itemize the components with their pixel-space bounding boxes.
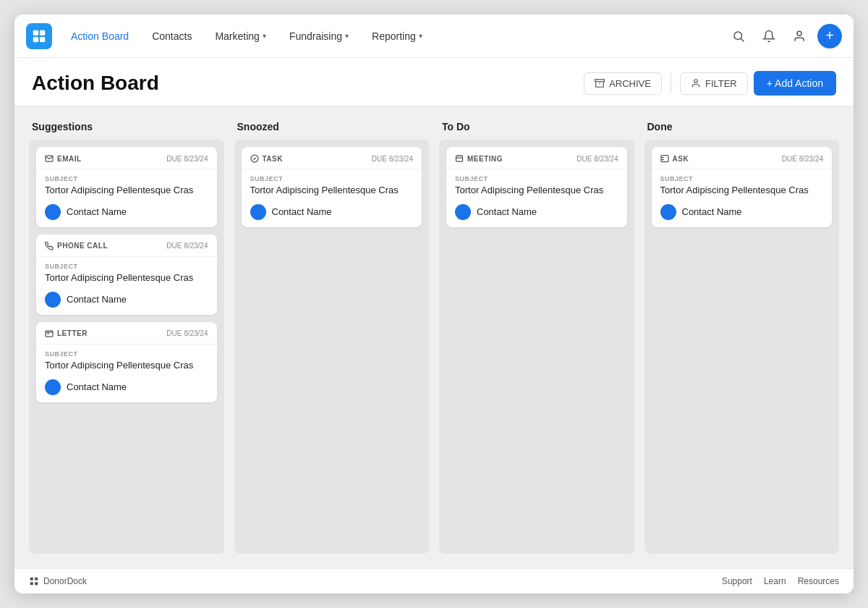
task-icon — [250, 154, 259, 163]
footer: DonorDock Support Learn Resources — [14, 568, 854, 594]
card-due-task: DUE 8/23/24 — [372, 155, 413, 163]
svg-rect-24 — [35, 582, 38, 585]
svg-rect-18 — [661, 156, 668, 162]
nav-item-action-board[interactable]: Action Board — [61, 25, 139, 48]
svg-line-5 — [741, 38, 744, 41]
card-type-ask: ASK — [660, 154, 689, 163]
footer-link-support[interactable]: Support — [722, 576, 752, 586]
svg-rect-3 — [40, 36, 45, 41]
marketing-chevron: ▾ — [263, 32, 266, 40]
card-header-meeting: MEETING DUE 8/23/24 — [446, 147, 627, 169]
content-area: Action Board ARCHIVE FILTER — [14, 58, 854, 568]
global-add-button[interactable]: + — [817, 24, 842, 48]
navbar: Action Board Contacts Marketing ▾ Fundra… — [14, 14, 854, 58]
logo[interactable] — [26, 23, 52, 49]
card-header-letter: LETTER DUE 8/23/24 — [36, 322, 217, 345]
column-header-snoozed: Snoozed — [234, 121, 430, 140]
card-body-letter: SUBJECT Tortor Adipiscing Pellentesque C… — [36, 345, 217, 402]
card-body-meeting: SUBJECT Tortor Adipiscing Pellentesque C… — [446, 169, 627, 227]
board: Suggestions EMAIL — [29, 121, 839, 554]
phone-icon — [45, 242, 54, 250]
svg-rect-22 — [35, 578, 38, 580]
card-body-task: SUBJECT Tortor Adipiscing Pellentesque C… — [242, 169, 422, 227]
archive-button[interactable]: ARCHIVE — [584, 72, 662, 95]
column-done: Done ASK — [644, 121, 840, 554]
column-header-todo: To Do — [439, 121, 634, 140]
search-button[interactable] — [726, 24, 751, 48]
card-phone[interactable]: PHONE CALL DUE 8/23/24 SUBJECT Tortor Ad… — [36, 235, 217, 315]
card-body-phone: SUBJECT Tortor Adipiscing Pellentesque C… — [36, 257, 217, 315]
card-header-email: EMAIL DUE 8/23/24 — [36, 147, 217, 169]
svg-point-9 — [694, 80, 698, 83]
card-due-phone: DUE 8/23/24 — [166, 242, 208, 250]
card-type-phone: PHONE CALL — [45, 242, 108, 250]
nav-items: Action Board Contacts Marketing ▾ Fundra… — [61, 25, 726, 48]
meeting-icon — [455, 154, 464, 163]
card-header-task: TASK DUE 8/23/24 — [242, 147, 422, 169]
nav-item-marketing[interactable]: Marketing ▾ — [205, 25, 276, 48]
card-type-meeting: MEETING — [455, 154, 503, 163]
column-body-suggestions: EMAIL DUE 8/23/24 SUBJECT Tortor Adipisc… — [29, 140, 224, 554]
page-header: Action Board ARCHIVE FILTER — [14, 58, 854, 106]
svg-rect-7 — [595, 80, 605, 82]
fundraising-chevron: ▾ — [345, 32, 349, 40]
card-task[interactable]: TASK DUE 8/23/24 SUBJECT Tortor Adipisci… — [242, 147, 422, 227]
nav-item-reporting[interactable]: Reporting ▾ — [362, 25, 433, 48]
svg-rect-14 — [456, 156, 463, 161]
column-body-todo: MEETING DUE 8/23/24 SUBJECT Tortor Adipi… — [439, 140, 634, 554]
card-contact-meeting: Contact Name — [455, 204, 618, 220]
svg-rect-21 — [30, 578, 33, 580]
footer-logo-icon — [29, 576, 39, 586]
card-due-meeting: DUE 8/23/24 — [576, 155, 618, 163]
nav-item-contacts[interactable]: Contacts — [142, 25, 202, 48]
svg-point-6 — [797, 31, 801, 35]
column-body-done: ASK DUE 8/23/24 SUBJECT Tortor Adipiscin… — [644, 140, 840, 554]
card-contact-task: Contact Name — [250, 204, 414, 220]
card-due-letter: DUE 8/23/24 — [166, 329, 208, 337]
avatar-letter — [45, 379, 61, 395]
avatar-meeting — [455, 204, 471, 220]
column-body-snoozed: TASK DUE 8/23/24 SUBJECT Tortor Adipisci… — [234, 140, 430, 554]
card-contact-phone: Contact Name — [45, 292, 208, 308]
card-contact-ask: Contact Name — [660, 204, 824, 220]
card-body-email: SUBJECT Tortor Adipiscing Pellentesque C… — [36, 169, 217, 227]
card-meeting[interactable]: MEETING DUE 8/23/24 SUBJECT Tortor Adipi… — [446, 147, 627, 227]
card-type-email: EMAIL — [45, 154, 82, 163]
card-email[interactable]: EMAIL DUE 8/23/24 SUBJECT Tortor Adipisc… — [36, 147, 217, 227]
avatar-task — [250, 204, 266, 220]
avatar-phone — [45, 292, 61, 308]
reporting-chevron: ▾ — [419, 32, 422, 40]
filter-button[interactable]: FILTER — [680, 72, 748, 95]
column-snoozed: Snoozed TASK — [234, 121, 430, 554]
card-body-ask: SUBJECT Tortor Adipiscing Pellentesque C… — [652, 169, 833, 227]
column-todo: To Do — [439, 121, 634, 554]
ask-icon — [660, 154, 669, 163]
footer-link-resources[interactable]: Resources — [798, 576, 839, 586]
footer-links: Support Learn Resources — [722, 576, 839, 586]
card-ask[interactable]: ASK DUE 8/23/24 SUBJECT Tortor Adipiscin… — [652, 147, 833, 227]
nav-item-fundraising[interactable]: Fundraising ▾ — [279, 25, 359, 48]
notifications-button[interactable] — [757, 24, 781, 48]
page-title: Action Board — [32, 72, 584, 95]
svg-point-4 — [734, 32, 742, 40]
svg-rect-1 — [40, 30, 45, 35]
board-area: Suggestions EMAIL — [14, 106, 854, 568]
email-icon — [45, 154, 54, 163]
card-header-phone: PHONE CALL DUE 8/23/24 — [36, 235, 217, 257]
column-header-done: Done — [644, 121, 840, 140]
card-type-task: TASK — [250, 154, 283, 163]
card-due-ask: DUE 8/23/24 — [782, 155, 823, 163]
svg-rect-0 — [33, 30, 38, 35]
footer-link-learn[interactable]: Learn — [764, 576, 786, 586]
column-header-suggestions: Suggestions — [29, 121, 224, 140]
card-letter[interactable]: LETTER DUE 8/23/24 SUBJECT Tortor Adipis… — [36, 322, 217, 402]
header-divider — [671, 73, 671, 93]
column-suggestions: Suggestions EMAIL — [29, 121, 224, 554]
user-button[interactable] — [787, 24, 812, 48]
header-actions: ARCHIVE FILTER + Add Action — [584, 71, 836, 96]
svg-rect-23 — [30, 582, 33, 585]
add-action-button[interactable]: + Add Action — [754, 71, 836, 96]
card-contact-email: Contact Name — [45, 204, 208, 220]
nav-right: + — [726, 24, 842, 48]
svg-rect-2 — [33, 36, 38, 41]
